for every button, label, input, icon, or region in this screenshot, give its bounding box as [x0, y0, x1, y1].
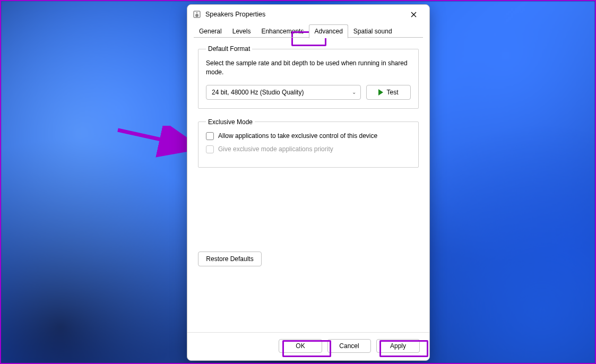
ok-button[interactable]: OK	[279, 339, 322, 353]
default-format-description: Select the sample rate and bit depth to …	[206, 59, 411, 77]
window-title: Speakers Properties	[205, 11, 265, 18]
test-button-label: Test	[386, 89, 398, 96]
sample-rate-selected: 24 bit, 48000 Hz (Studio Quality)	[212, 89, 304, 96]
tab-levels[interactable]: Levels	[227, 24, 256, 38]
close-button[interactable]	[402, 6, 425, 22]
allow-exclusive-row: Allow applications to take exclusive con…	[206, 132, 411, 140]
allow-exclusive-label: Allow applications to take exclusive con…	[218, 132, 377, 140]
restore-defaults-button[interactable]: Restore Defaults	[198, 252, 262, 266]
close-icon	[411, 12, 417, 18]
svg-point-3	[195, 14, 198, 17]
cancel-button[interactable]: Cancel	[327, 339, 371, 353]
exclusive-mode-group: Exclusive Mode Allow applications to tak…	[198, 118, 419, 168]
play-icon	[378, 89, 383, 96]
speakers-properties-dialog: Speakers Properties General Levels Enhan…	[187, 4, 430, 361]
speaker-icon	[193, 10, 201, 19]
svg-point-4	[196, 12, 197, 13]
tab-spatial-sound[interactable]: Spatial sound	[348, 24, 398, 38]
test-button[interactable]: Test	[366, 85, 411, 100]
chevron-down-icon: ⌄	[352, 89, 356, 95]
tab-advanced[interactable]: Advanced	[309, 24, 348, 38]
priority-checkbox[interactable]	[206, 145, 214, 153]
allow-exclusive-checkbox[interactable]	[206, 132, 214, 140]
default-format-legend: Default Format	[206, 45, 252, 53]
titlebar: Speakers Properties	[187, 5, 429, 24]
tab-content-advanced: Default Format Select the sample rate an…	[187, 38, 429, 332]
tab-strip: General Levels Enhancements Advanced Spa…	[187, 24, 429, 38]
priority-row: Give exclusive mode applications priorit…	[206, 145, 411, 153]
tab-general[interactable]: General	[194, 24, 227, 38]
default-format-group: Default Format Select the sample rate an…	[198, 45, 419, 109]
exclusive-mode-legend: Exclusive Mode	[206, 118, 255, 126]
apply-button[interactable]: Apply	[376, 339, 420, 353]
tab-enhancements[interactable]: Enhancements	[256, 24, 309, 38]
sample-rate-dropdown[interactable]: 24 bit, 48000 Hz (Studio Quality) ⌄	[206, 85, 361, 100]
dialog-button-bar: OK Cancel Apply	[187, 332, 429, 360]
priority-label: Give exclusive mode applications priorit…	[218, 145, 333, 153]
